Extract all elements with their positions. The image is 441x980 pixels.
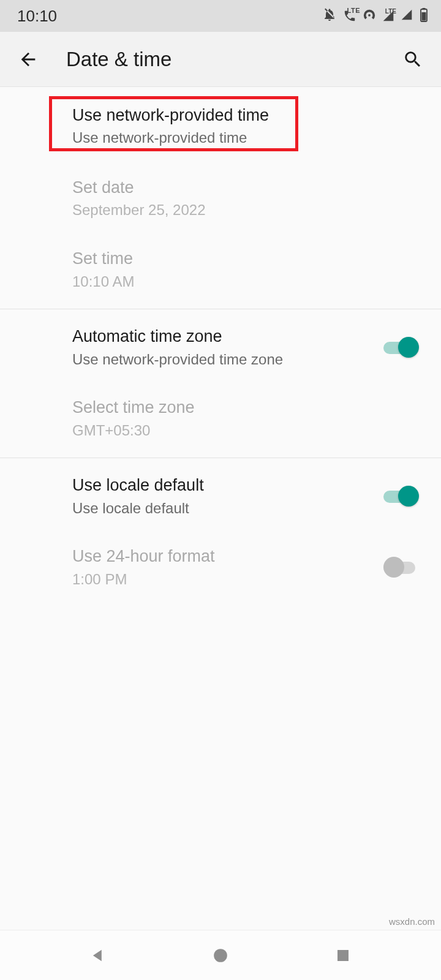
hotspot-icon [363, 8, 376, 24]
item-subtitle: September 25, 2022 [72, 200, 424, 221]
item-title: Use locale default [72, 474, 383, 496]
nav-back-button[interactable] [74, 940, 123, 971]
svg-rect-4 [337, 950, 349, 961]
page-title: Date & time [66, 48, 398, 71]
search-button[interactable] [398, 45, 428, 74]
circle-home-icon [213, 948, 228, 963]
item-title: Set date [72, 176, 424, 198]
item-24h-format: Use 24-hour format 1:00 PM [0, 532, 441, 603]
app-bar: Date & time [0, 32, 441, 87]
volte-icon: LTE [343, 9, 356, 23]
svg-rect-1 [423, 8, 426, 10]
watermark-text: wsxdn.com [389, 916, 435, 927]
status-icons: LTE LTE [322, 7, 429, 24]
svg-rect-2 [422, 12, 426, 21]
settings-list: Use network-provided time Use network-pr… [0, 87, 441, 603]
item-subtitle: 10:10 AM [72, 271, 424, 292]
item-set-date: Set date September 25, 2022 [0, 163, 441, 234]
item-subtitle: Use network-provided time zone [72, 349, 383, 370]
svg-point-3 [214, 949, 227, 962]
search-icon [402, 49, 423, 70]
item-title: Set time [72, 247, 424, 270]
signal-lte-icon: LTE [382, 10, 394, 22]
status-bar: 10:10 LTE LTE [0, 0, 441, 32]
item-title: Use 24-hour format [72, 545, 383, 567]
item-subtitle: Use locale default [72, 498, 383, 519]
24h-format-switch [383, 556, 420, 578]
item-set-time: Set time 10:10 AM [0, 234, 441, 309]
item-auto-timezone[interactable]: Automatic time zone Use network-provided… [0, 309, 441, 383]
dnd-off-icon [322, 7, 337, 24]
triangle-back-icon [89, 947, 107, 964]
auto-timezone-switch[interactable] [383, 336, 420, 358]
item-subtitle: 1:00 PM [72, 569, 383, 590]
arrow-left-icon [18, 49, 39, 70]
item-select-timezone: Select time zone GMT+05:30 [0, 383, 441, 458]
nav-recent-button[interactable] [318, 940, 368, 971]
item-title: Select time zone [72, 396, 424, 418]
item-network-time[interactable]: Use network-provided time Use network-pr… [0, 87, 441, 163]
nav-bar [0, 930, 441, 980]
item-title: Use network-provided time [72, 104, 424, 126]
square-recent-icon [336, 948, 350, 963]
signal-icon [401, 9, 413, 23]
item-locale-default[interactable]: Use locale default Use locale default [0, 458, 441, 532]
item-title: Automatic time zone [72, 325, 383, 347]
status-time: 10:10 [17, 7, 57, 26]
battery-icon [419, 7, 429, 24]
item-subtitle: GMT+05:30 [72, 420, 424, 441]
nav-home-button[interactable] [196, 940, 245, 971]
locale-default-switch[interactable] [383, 485, 420, 507]
back-button[interactable] [13, 45, 43, 74]
item-subtitle: Use network-provided time [72, 127, 424, 148]
